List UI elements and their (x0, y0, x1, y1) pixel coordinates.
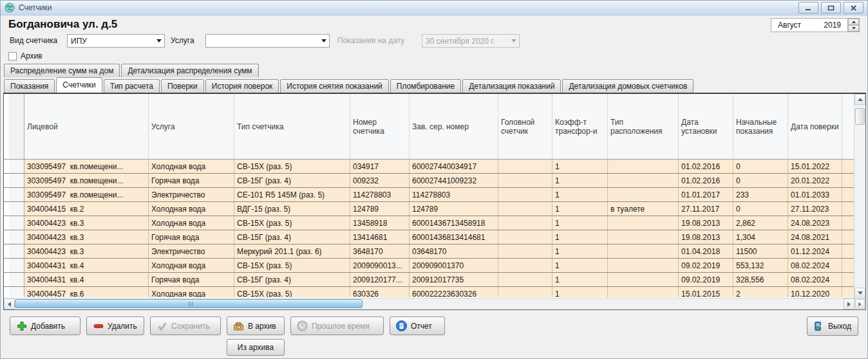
grid-cell[interactable]: 304004415 кв.2 (24, 202, 149, 216)
grid-cell[interactable]: 1 (552, 216, 608, 230)
grid-cell[interactable]: 13414681 (350, 230, 410, 244)
column-header[interactable]: Коэфф-т трансфор-и (552, 94, 608, 159)
column-header[interactable]: Тип счетчика (234, 94, 350, 159)
grid-cell[interactable] (498, 287, 552, 297)
grid-cell[interactable]: 1 (552, 202, 608, 216)
grid-cell[interactable] (608, 188, 679, 201)
maximize-button[interactable] (821, 2, 841, 14)
row-indicator[interactable] (4, 202, 24, 216)
tab-sums-2[interactable]: Детализация распределения сумм (121, 64, 258, 77)
grid-cell[interactable]: 15.01.2015 (679, 287, 733, 297)
tab-main-4[interactable]: Поверки (161, 79, 204, 93)
period-spin-down-icon[interactable] (848, 25, 859, 32)
grid-cell[interactable] (498, 259, 552, 272)
grid-cell[interactable]: 01.01.2033 (788, 188, 842, 201)
grid-cell[interactable]: 303095497 кв.помещени... (24, 188, 149, 201)
column-header[interactable]: Лицевой (24, 94, 149, 159)
close-button[interactable] (844, 2, 863, 14)
grid-cell[interactable]: СВ-15Х (раз. 5) (234, 287, 350, 297)
grid-cell[interactable]: 20.01.2022 (788, 174, 842, 187)
row-indicator[interactable] (4, 230, 24, 244)
from-archive-button[interactable]: Из архива (227, 339, 285, 356)
grid-cell[interactable]: 1 (552, 244, 608, 258)
grid-cell[interactable]: СВ-15Г (раз. 4) (234, 230, 350, 244)
period-spin-up-icon[interactable] (848, 19, 859, 25)
grid-cell[interactable]: 01.04.2018 (679, 244, 733, 258)
vertical-scrollbar[interactable] (854, 94, 865, 299)
grid-cell[interactable]: 1 (552, 174, 608, 187)
row-indicator[interactable] (4, 174, 24, 187)
grid-cell[interactable] (498, 244, 552, 258)
grid-cell[interactable]: 24.08.2021 (788, 230, 842, 244)
exit-button[interactable]: Выход (807, 317, 858, 336)
row-indicator[interactable] (4, 287, 24, 297)
grid-cell[interactable]: Меркурий 201.1 (раз. 6) (234, 244, 350, 258)
grid-cell[interactable]: 630326 (350, 287, 410, 297)
grid-cell[interactable]: 600022223630326 (410, 287, 498, 297)
table-row[interactable]: 303095497 кв.помещени...Горячая водаСВ-1… (4, 174, 854, 188)
tab-main-5[interactable]: История поверок (205, 79, 279, 93)
grid-cell[interactable] (498, 202, 552, 216)
grid-cell[interactable] (608, 287, 679, 297)
grid-cell[interactable]: 11500 (733, 244, 788, 258)
grid-cell[interactable]: 1 (552, 230, 608, 244)
meter-type-select[interactable]: ИПУ (67, 34, 165, 48)
grid-cell[interactable] (608, 230, 679, 244)
grid-cell[interactable]: 1 (552, 273, 608, 286)
grid-cell[interactable]: 124789 (350, 202, 410, 216)
grid-cell[interactable]: Электричество (149, 244, 234, 258)
scroll-right-icon[interactable] (844, 299, 854, 309)
grid-cell[interactable]: 09.02.2019 (679, 273, 733, 286)
scroll-corner-icon[interactable] (855, 299, 865, 309)
grid-cell[interactable]: 303095497 кв.помещени... (24, 160, 149, 173)
grid-cell[interactable] (608, 160, 679, 173)
grid-cell[interactable]: 1 (552, 188, 608, 201)
grid-cell[interactable]: 2,862 (733, 216, 788, 230)
column-header[interactable]: Дата установки (679, 94, 733, 159)
period-month[interactable]: Август (778, 21, 801, 30)
to-archive-button[interactable]: В архив (227, 317, 285, 335)
grid-cell[interactable] (498, 230, 552, 244)
grid-cell[interactable] (608, 244, 679, 258)
grid-cell[interactable]: 600027441009232 (410, 174, 498, 187)
grid-cell[interactable]: 1 (552, 160, 608, 173)
grid-cell[interactable] (608, 216, 679, 230)
grid-cell[interactable]: 27.11.2017 (679, 202, 733, 216)
add-button[interactable]: Добавить (10, 317, 80, 335)
grid-cell[interactable]: 304004423 кв.3 (24, 230, 149, 244)
grid-cell[interactable]: 200909001370 (410, 259, 498, 272)
table-row[interactable]: 303095497 кв.помещени...Холодная водаСВ-… (4, 160, 854, 174)
column-header[interactable]: Дата поверки (788, 94, 842, 159)
vertical-scroll-thumb[interactable] (855, 108, 865, 125)
grid-cell[interactable]: 3648170 (350, 244, 410, 258)
grid-cell[interactable]: в туалете (608, 202, 679, 216)
grid-cell[interactable]: ВДГ-15 (раз. 5) (234, 202, 350, 216)
column-header[interactable]: Услуга (149, 94, 234, 159)
grid-cell[interactable]: СВ-15Г (раз. 4) (234, 273, 350, 286)
tab-main-1[interactable]: Показания (4, 79, 55, 93)
minimize-button[interactable] (798, 2, 818, 14)
column-header[interactable]: Начальные показания (733, 94, 788, 159)
delete-button[interactable]: Удалить (86, 317, 144, 335)
horizontal-scrollbar[interactable] (4, 298, 854, 309)
grid-cell[interactable]: Горячая вода (149, 174, 234, 187)
table-row[interactable]: 304004457 кв.6Холодная водаСВ-15Х (раз. … (4, 287, 854, 297)
scroll-down-icon[interactable] (854, 288, 865, 299)
grid-cell[interactable]: 2009090013... (350, 259, 410, 272)
row-indicator[interactable] (4, 216, 24, 230)
grid-cell[interactable]: 13458918 (350, 216, 410, 230)
table-row[interactable]: 304004431 кв.4Холодная водаСВ-15Х (раз. … (4, 259, 854, 273)
grid-cell[interactable]: 114278803 (350, 188, 410, 201)
tab-sums-1[interactable]: Распределение сумм на дом (4, 64, 120, 77)
grid-cell[interactable]: СВ-15Х (раз. 5) (234, 160, 350, 173)
grid-cell[interactable]: 303095497 кв.помещени... (24, 174, 149, 187)
grid-cell[interactable]: Горячая вода (149, 273, 234, 286)
tab-main-2[interactable]: Счетчики (56, 77, 102, 93)
scroll-up-icon[interactable] (854, 94, 865, 105)
grid-cell[interactable]: СВ-15Х (раз. 5) (234, 259, 350, 272)
grid-cell[interactable]: СЕ-101 R5 145М (раз. 5) (234, 188, 350, 201)
grid-cell[interactable]: 19.08.2013 (679, 230, 733, 244)
period-year[interactable]: 2019 (824, 21, 841, 30)
row-indicator[interactable] (4, 259, 24, 272)
grid-cell[interactable]: СВ-15Х (раз. 5) (234, 216, 350, 230)
